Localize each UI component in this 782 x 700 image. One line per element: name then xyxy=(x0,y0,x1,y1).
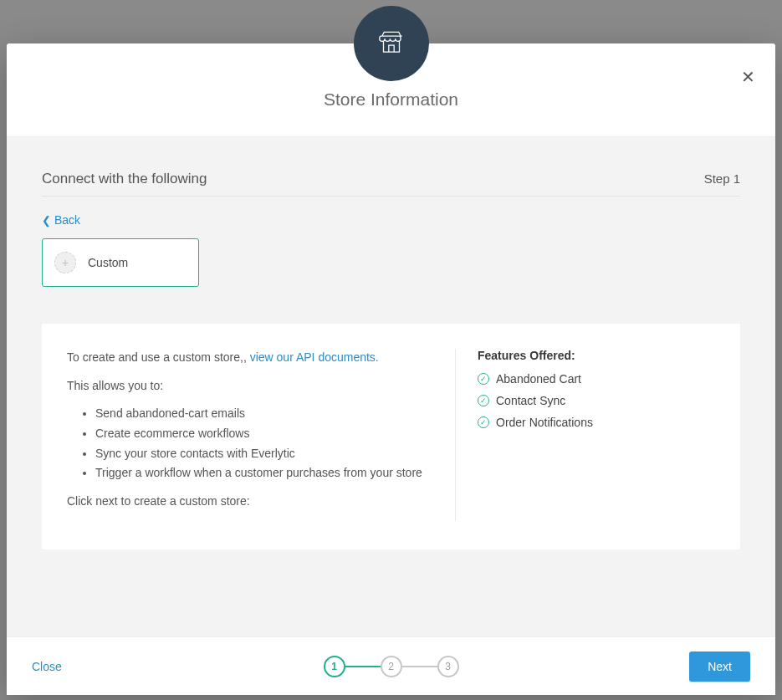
list-item: Create ecommerce workflows xyxy=(95,425,430,443)
next-button[interactable]: Next xyxy=(689,651,750,682)
store-option-label: Custom xyxy=(88,256,128,269)
intro-prefix: To create and use a custom store,, xyxy=(67,350,250,364)
modal-header: Store Information ✕ xyxy=(7,43,775,137)
step-dot-3[interactable]: 3 xyxy=(437,656,459,677)
step-line xyxy=(402,666,437,667)
feature-item: ✓ Contact Sync xyxy=(478,394,715,407)
info-right: Features Offered: ✓ Abandoned Cart ✓ Con… xyxy=(456,349,715,521)
step-indicator-label: Step 1 xyxy=(704,171,740,186)
check-icon: ✓ xyxy=(478,373,489,385)
check-icon: ✓ xyxy=(478,416,489,428)
feature-item: ✓ Order Notifications xyxy=(478,416,715,429)
capabilities-list: Send abandoned-cart emails Create ecomme… xyxy=(95,405,430,483)
back-label: Back xyxy=(54,213,80,227)
list-item: Trigger a workflow when a customer purch… xyxy=(95,464,430,483)
close-icon[interactable]: ✕ xyxy=(741,69,755,85)
store-information-modal: Store Information ✕ Connect with the fol… xyxy=(7,43,775,695)
list-item: Sync your store contacts with Everlytic xyxy=(95,445,430,463)
info-panel: To create and use a custom store,, view … xyxy=(42,324,740,549)
allows-label: This allows you to: xyxy=(67,377,430,396)
close-button[interactable]: Close xyxy=(32,660,62,673)
api-documents-link[interactable]: view our API documents. xyxy=(250,350,379,364)
feature-label: Order Notifications xyxy=(496,416,593,429)
intro-paragraph: To create and use a custom store,, view … xyxy=(67,349,430,367)
step-dot-1[interactable]: 1 xyxy=(324,656,345,677)
step-line xyxy=(345,666,381,667)
section-title: Connect with the following xyxy=(42,171,207,187)
list-item: Send abandoned-cart emails xyxy=(95,405,430,423)
store-option-custom[interactable]: + Custom xyxy=(42,238,199,287)
feature-label: Abandoned Cart xyxy=(496,372,581,386)
modal-title: Store Information xyxy=(324,89,458,110)
feature-item: ✓ Abandoned Cart xyxy=(478,372,715,386)
step-indicator: 1 2 3 xyxy=(324,656,459,677)
feature-label: Contact Sync xyxy=(496,394,565,407)
step-dot-2[interactable]: 2 xyxy=(381,656,402,677)
plus-icon: + xyxy=(54,252,76,273)
check-icon: ✓ xyxy=(478,395,489,406)
modal-footer: Close 1 2 3 Next xyxy=(7,636,775,695)
section-header: Connect with the following Step 1 xyxy=(42,171,740,197)
features-heading: Features Offered: xyxy=(478,349,715,362)
modal-body: Connect with the following Step 1 ❮ Back… xyxy=(7,137,775,636)
next-hint: Click next to create a custom store: xyxy=(67,493,430,511)
chevron-left-icon: ❮ xyxy=(42,215,51,226)
back-button[interactable]: ❮ Back xyxy=(42,213,80,227)
info-left: To create and use a custom store,, view … xyxy=(67,349,456,521)
